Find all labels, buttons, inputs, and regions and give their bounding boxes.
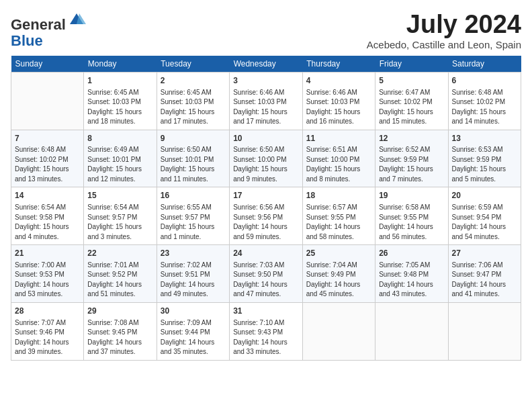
table-row: 14Sunrise: 6:54 AMSunset: 9:58 PMDayligh… xyxy=(11,187,84,245)
table-row: 13Sunrise: 6:53 AMSunset: 9:59 PMDayligh… xyxy=(448,130,521,187)
day-number: 22 xyxy=(87,248,152,259)
table-row: 5Sunrise: 6:47 AMSunset: 10:02 PMDayligh… xyxy=(375,72,448,130)
day-info: Sunrise: 7:00 AMSunset: 9:53 PMDaylight:… xyxy=(15,261,80,300)
daylight-label: Daylight: 15 hours and 12 minutes. xyxy=(87,165,142,183)
calendar-week-row: 21Sunrise: 7:00 AMSunset: 9:53 PMDayligh… xyxy=(11,245,521,303)
day-number: 18 xyxy=(306,190,371,201)
sunrise-label: Sunrise: 6:46 AM xyxy=(233,89,284,96)
logo: General Blue xyxy=(11,11,86,49)
sunrise-label: Sunrise: 6:52 AM xyxy=(379,146,430,153)
daylight-label: Daylight: 14 hours and 53 minutes. xyxy=(15,281,69,298)
table-row: 2Sunrise: 6:45 AMSunset: 10:03 PMDayligh… xyxy=(157,72,229,130)
sunset-label: Sunset: 10:02 PM xyxy=(452,98,506,105)
day-number: 10 xyxy=(233,133,299,144)
day-info: Sunrise: 6:56 AMSunset: 9:56 PMDaylight:… xyxy=(233,203,299,242)
sunset-label: Sunset: 9:43 PM xyxy=(233,328,283,336)
table-row: 19Sunrise: 6:58 AMSunset: 9:55 PMDayligh… xyxy=(375,187,448,245)
daylight-label: Daylight: 14 hours and 51 minutes. xyxy=(87,281,142,298)
day-number: 15 xyxy=(87,190,152,201)
sunrise-label: Sunrise: 6:58 AM xyxy=(379,203,430,211)
page-header: General Blue July 2024 Acebedo, Castille… xyxy=(11,11,521,50)
sunset-label: Sunset: 9:55 PM xyxy=(379,214,429,221)
day-number: 27 xyxy=(452,248,518,259)
day-info: Sunrise: 6:46 AMSunset: 10:03 PMDaylight… xyxy=(306,88,371,127)
sunrise-label: Sunrise: 6:48 AM xyxy=(15,146,66,153)
table-row: 3Sunrise: 6:46 AMSunset: 10:03 PMDayligh… xyxy=(230,72,303,130)
day-info: Sunrise: 6:52 AMSunset: 9:59 PMDaylight:… xyxy=(379,145,444,184)
col-wednesday: Wednesday xyxy=(230,56,303,73)
day-info: Sunrise: 7:03 AMSunset: 9:50 PMDaylight:… xyxy=(233,261,299,300)
daylight-label: Daylight: 14 hours and 47 minutes. xyxy=(233,281,287,298)
table-row: 11Sunrise: 6:51 AMSunset: 10:00 PMDaylig… xyxy=(302,130,375,187)
col-thursday: Thursday xyxy=(302,56,375,73)
daylight-label: Daylight: 14 hours and 49 minutes. xyxy=(161,281,215,298)
sunset-label: Sunset: 9:57 PM xyxy=(87,214,137,221)
sunrise-label: Sunrise: 7:01 AM xyxy=(87,261,138,269)
sunset-label: Sunset: 10:00 PM xyxy=(306,156,360,163)
table-row: 4Sunrise: 6:46 AMSunset: 10:03 PMDayligh… xyxy=(302,72,375,130)
sunrise-label: Sunrise: 6:51 AM xyxy=(306,146,357,153)
table-row: 27Sunrise: 7:06 AMSunset: 9:47 PMDayligh… xyxy=(448,245,521,303)
day-number: 28 xyxy=(15,306,80,317)
table-row: 1Sunrise: 6:45 AMSunset: 10:03 PMDayligh… xyxy=(84,72,157,130)
calendar-week-row: 14Sunrise: 6:54 AMSunset: 9:58 PMDayligh… xyxy=(11,187,521,245)
sunset-label: Sunset: 9:51 PM xyxy=(161,271,210,278)
sunset-label: Sunset: 9:45 PM xyxy=(87,328,137,336)
table-row: 22Sunrise: 7:01 AMSunset: 9:52 PMDayligh… xyxy=(84,245,157,303)
day-number: 20 xyxy=(452,190,518,201)
daylight-label: Daylight: 14 hours and 58 minutes. xyxy=(306,223,361,240)
sunrise-label: Sunrise: 6:47 AM xyxy=(379,89,430,96)
daylight-label: Daylight: 15 hours and 5 minutes. xyxy=(452,165,506,183)
day-number: 6 xyxy=(452,75,518,87)
day-info: Sunrise: 6:57 AMSunset: 9:55 PMDaylight:… xyxy=(306,203,371,242)
day-info: Sunrise: 6:49 AMSunset: 10:01 PMDaylight… xyxy=(87,145,152,184)
sunrise-label: Sunrise: 7:07 AM xyxy=(15,319,66,326)
table-row: 18Sunrise: 6:57 AMSunset: 9:55 PMDayligh… xyxy=(302,187,375,245)
logo-icon xyxy=(67,11,86,30)
day-info: Sunrise: 7:05 AMSunset: 9:48 PMDaylight:… xyxy=(379,261,444,300)
daylight-label: Daylight: 15 hours and 7 minutes. xyxy=(379,165,433,183)
day-number: 4 xyxy=(306,75,371,87)
day-number: 23 xyxy=(161,248,226,259)
table-row: 25Sunrise: 7:04 AMSunset: 9:49 PMDayligh… xyxy=(302,245,375,303)
sunrise-label: Sunrise: 7:08 AM xyxy=(87,319,138,326)
sunset-label: Sunset: 9:55 PM xyxy=(306,214,356,221)
sunrise-label: Sunrise: 6:53 AM xyxy=(452,146,503,153)
sunset-label: Sunset: 10:03 PM xyxy=(306,98,360,105)
table-row: 21Sunrise: 7:00 AMSunset: 9:53 PMDayligh… xyxy=(11,245,84,303)
day-info: Sunrise: 7:06 AMSunset: 9:47 PMDaylight:… xyxy=(452,261,518,300)
day-number: 8 xyxy=(87,133,152,144)
table-row: 20Sunrise: 6:59 AMSunset: 9:54 PMDayligh… xyxy=(448,187,521,245)
sunrise-label: Sunrise: 7:06 AM xyxy=(452,261,503,269)
day-number: 9 xyxy=(161,133,226,144)
table-row: 29Sunrise: 7:08 AMSunset: 9:45 PMDayligh… xyxy=(84,302,157,360)
day-number: 24 xyxy=(233,248,299,259)
day-info: Sunrise: 6:53 AMSunset: 9:59 PMDaylight:… xyxy=(452,145,518,184)
table-row: 6Sunrise: 6:48 AMSunset: 10:02 PMDayligh… xyxy=(448,72,521,130)
day-info: Sunrise: 7:02 AMSunset: 9:51 PMDaylight:… xyxy=(161,261,226,300)
sunset-label: Sunset: 9:44 PM xyxy=(161,328,210,336)
sunset-label: Sunset: 10:02 PM xyxy=(379,98,433,105)
daylight-label: Daylight: 15 hours and 9 minutes. xyxy=(233,165,287,183)
sunrise-label: Sunrise: 7:03 AM xyxy=(233,261,284,269)
day-number: 12 xyxy=(379,133,444,144)
calendar-week-row: 1Sunrise: 6:45 AMSunset: 10:03 PMDayligh… xyxy=(11,72,521,130)
day-info: Sunrise: 6:50 AMSunset: 10:01 PMDaylight… xyxy=(161,145,226,184)
sunrise-label: Sunrise: 6:54 AM xyxy=(87,203,138,211)
header-row: Sunday Monday Tuesday Wednesday Thursday… xyxy=(11,56,521,73)
sunset-label: Sunset: 9:57 PM xyxy=(161,214,210,221)
day-info: Sunrise: 6:54 AMSunset: 9:58 PMDaylight:… xyxy=(15,203,80,242)
day-info: Sunrise: 7:10 AMSunset: 9:43 PMDaylight:… xyxy=(233,318,299,357)
table-row: 23Sunrise: 7:02 AMSunset: 9:51 PMDayligh… xyxy=(157,245,229,303)
day-info: Sunrise: 6:48 AMSunset: 10:02 PMDaylight… xyxy=(452,88,518,127)
day-number: 1 xyxy=(87,75,152,87)
table-row: 8Sunrise: 6:49 AMSunset: 10:01 PMDayligh… xyxy=(84,130,157,187)
sunrise-label: Sunrise: 7:04 AM xyxy=(306,261,357,269)
daylight-label: Daylight: 15 hours and 13 minutes. xyxy=(15,165,69,183)
day-number: 21 xyxy=(15,248,80,259)
daylight-label: Daylight: 14 hours and 41 minutes. xyxy=(452,281,506,298)
day-number: 26 xyxy=(379,248,444,259)
sunrise-label: Sunrise: 6:50 AM xyxy=(233,146,284,153)
table-row: 9Sunrise: 6:50 AMSunset: 10:01 PMDayligh… xyxy=(157,130,229,187)
sunrise-label: Sunrise: 7:05 AM xyxy=(379,261,430,269)
